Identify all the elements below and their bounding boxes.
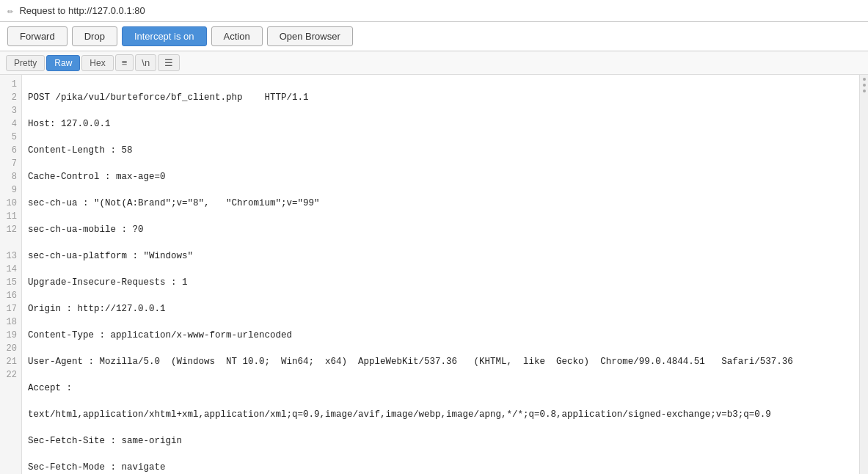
scroll-dot-2 xyxy=(863,84,866,87)
code-line-5: sec-ch-ua : "(Not(A:Brand";v="8", "Chrom… xyxy=(28,197,853,210)
scroll-indicator[interactable] xyxy=(859,75,868,474)
forward-button[interactable]: Forward xyxy=(7,26,68,46)
scroll-dot-1 xyxy=(863,78,866,81)
code-line-6: sec-ch-ua-mobile : ?0 xyxy=(28,223,853,236)
code-line-12a: Accept : xyxy=(28,382,853,395)
code-line-1: POST /pika/vul/burteforce/bf_client.php … xyxy=(28,91,853,104)
code-line-9: Origin : http://127.0.0.1 xyxy=(28,302,853,316)
toolbar: Forward Drop Intercept is on Action Open… xyxy=(0,22,868,51)
tab-icon-format[interactable]: ≡ xyxy=(115,54,134,71)
code-line-14: Sec-Fetch-Mode : navigate xyxy=(28,461,853,474)
code-line-13: Sec-Fetch-Site : same-origin xyxy=(28,434,853,448)
code-line-7: sec-ch-ua-platform : "Windows" xyxy=(28,249,853,263)
code-area[interactable]: 1 2 3 4 5 6 7 8 9 10 11 12 13 14 15 16 1… xyxy=(0,75,868,474)
line-numbers: 1 2 3 4 5 6 7 8 9 10 11 12 13 14 15 16 1… xyxy=(0,75,22,474)
tab-icon-newline[interactable]: \n xyxy=(135,54,156,71)
code-line-3: Content-Length : 58 xyxy=(28,144,853,157)
edit-icon: ✏️ xyxy=(7,4,13,17)
tab-pretty[interactable]: Pretty xyxy=(6,55,45,71)
code-line-4: Cache-Control : max-age=0 xyxy=(28,170,853,183)
intercept-button[interactable]: Intercept is on xyxy=(122,26,207,46)
tab-icon-menu[interactable]: ☰ xyxy=(158,54,180,71)
code-line-2: Host: 127.0.0.1 xyxy=(28,117,853,131)
open-browser-button[interactable]: Open Browser xyxy=(267,26,353,46)
code-line-12b: text/html,application/xhtml+xml,applicat… xyxy=(28,408,853,421)
code-line-11: User-Agent : Mozilla/5.0 (Windows NT 10.… xyxy=(28,355,853,368)
main-window: ✏️ Request to http://127.0.0.1:80 Forwar… xyxy=(0,0,868,474)
code-line-10: Content-Type : application/x-www-form-ur… xyxy=(28,329,853,342)
window-title: Request to http://127.0.0.1:80 xyxy=(19,5,145,16)
request-content[interactable]: POST /pika/vul/burteforce/bf_client.php … xyxy=(22,75,859,474)
tab-bar: Pretty Raw Hex ≡ \n ☰ xyxy=(0,51,868,75)
title-bar: ✏️ Request to http://127.0.0.1:80 xyxy=(0,0,868,22)
code-line-8: Upgrade-Insecure-Requests : 1 xyxy=(28,276,853,289)
tab-raw[interactable]: Raw xyxy=(46,55,80,71)
action-button[interactable]: Action xyxy=(211,26,263,46)
tab-hex[interactable]: Hex xyxy=(81,55,113,71)
drop-button[interactable]: Drop xyxy=(72,26,117,46)
scroll-dot-3 xyxy=(863,90,866,92)
